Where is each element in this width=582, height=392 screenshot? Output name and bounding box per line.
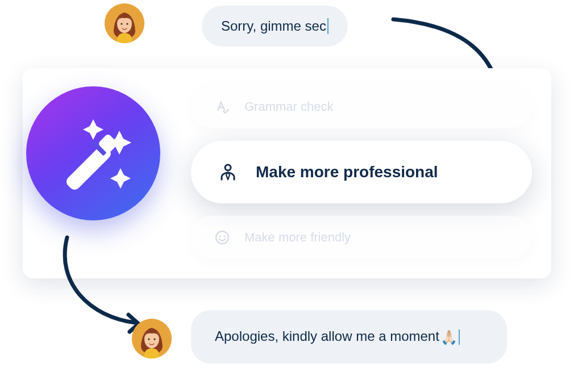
option-label: Grammar check bbox=[244, 99, 333, 114]
text-cursor-icon bbox=[327, 18, 329, 34]
option-label: Make more professional bbox=[256, 163, 438, 181]
suggestion-options: Grammar check Make more professional Mak… bbox=[191, 85, 532, 259]
input-message-bubble: Sorry, gimme sec bbox=[202, 6, 348, 47]
svg-point-8 bbox=[225, 165, 231, 170]
option-label: Make more friendly bbox=[244, 230, 351, 245]
output-message-text: Apologies, kindly allow me a moment bbox=[215, 328, 439, 344]
output-message-bubble: Apologies, kindly allow me a moment🙏🏻 bbox=[191, 310, 507, 364]
option-grammar-check[interactable]: Grammar check bbox=[191, 85, 532, 128]
magic-wand-icon bbox=[48, 108, 139, 199]
avatar bbox=[105, 3, 144, 43]
input-message-text: Sorry, gimme sec bbox=[221, 18, 326, 34]
grammar-icon bbox=[213, 97, 232, 116]
magic-wand-badge bbox=[26, 86, 160, 220]
svg-point-11 bbox=[223, 235, 225, 237]
pray-emoji-icon: 🙏🏻 bbox=[440, 330, 458, 345]
avatar bbox=[132, 319, 172, 358]
option-make-friendly[interactable]: Make more friendly bbox=[191, 216, 532, 259]
professional-icon bbox=[218, 162, 238, 182]
svg-point-9 bbox=[216, 231, 228, 244]
svg-point-10 bbox=[219, 235, 221, 237]
text-cursor-icon bbox=[459, 330, 460, 345]
option-make-professional[interactable]: Make more professional bbox=[191, 141, 532, 203]
friendly-icon bbox=[213, 228, 232, 247]
